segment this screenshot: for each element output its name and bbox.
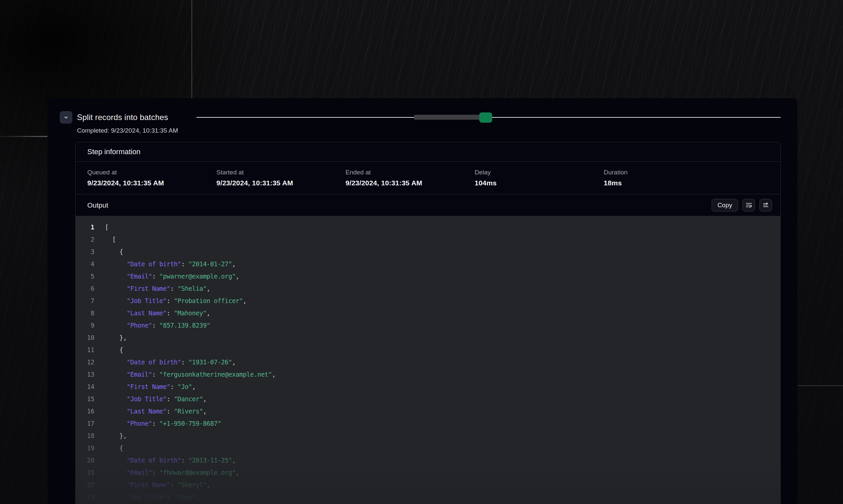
code-text: "Email": "fergusonkatherine@example.net"…: [105, 368, 275, 381]
code-line: 11 {: [76, 344, 780, 356]
code-line: 8 "Last Name": "Mahoney",: [76, 307, 780, 319]
meta-value: 18ms: [604, 179, 733, 187]
step-information-card: Step information Queued at9/23/2024, 10:…: [75, 142, 780, 504]
output-title: Output: [87, 201, 108, 209]
word-wrap-button[interactable]: [742, 199, 755, 212]
line-number: 9: [76, 319, 94, 331]
line-number: 19: [76, 442, 94, 454]
timeline-handle[interactable]: [479, 112, 492, 123]
word-wrap-icon: [745, 202, 752, 209]
timeline-step-span: [414, 115, 479, 120]
line-number: 17: [76, 417, 94, 430]
chevron-down-icon: [63, 114, 69, 120]
line-number: 4: [76, 258, 94, 270]
line-number: 20: [76, 454, 94, 467]
code-text: "Date of birth": "1931-07-26",: [105, 356, 236, 368]
line-number: 1: [76, 221, 94, 233]
code-line: 23 "Job Title": "Copy",: [76, 491, 780, 503]
code-line: 2 [: [76, 233, 780, 246]
code-text: "Phone": "857.139.8239": [105, 319, 210, 331]
decor-horizontal-line-right: [797, 385, 843, 386]
line-number: 16: [76, 405, 94, 417]
code-text: {: [105, 344, 123, 356]
line-number: 21: [76, 467, 94, 479]
code-text: "Phone": "+1-950-759-8687": [105, 417, 221, 430]
code-line: 21 "Email": "fhoward@example.org",: [76, 467, 780, 479]
step-information-title: Step information: [87, 147, 140, 156]
step-metadata-row: Queued at9/23/2024, 10:31:35 AMStarted a…: [76, 162, 780, 194]
code-line: 9 "Phone": "857.139.8239": [76, 319, 780, 331]
code-text: "Date of birth": "2013-11-25",: [105, 454, 236, 467]
line-number: 2: [76, 233, 94, 246]
timeline-scrubber[interactable]: [196, 111, 780, 124]
meta-value: 9/23/2024, 10:31:35 AM: [87, 179, 217, 187]
code-line: 13 "Email": "fergusonkatherine@example.n…: [76, 368, 780, 381]
line-number: 14: [76, 381, 94, 393]
decor-horizontal-line-left: [0, 136, 48, 137]
code-text: "First Name": "Jo",: [105, 381, 196, 393]
line-number: 7: [76, 295, 94, 307]
line-number: 6: [76, 283, 94, 295]
step-detail-panel: Split records into batches Completed: 9/…: [48, 98, 797, 504]
meta-value: 9/23/2024, 10:31:35 AM: [345, 179, 475, 187]
scroll-to-top-icon: [762, 202, 769, 209]
meta-label: Started at: [217, 169, 345, 176]
code-text: "Email": "fhoward@example.org",: [105, 467, 239, 479]
meta-queued-at: Queued at9/23/2024, 10:31:35 AM: [87, 169, 217, 187]
line-number: 11: [76, 344, 94, 356]
code-text: [: [105, 221, 108, 233]
collapse-step-button[interactable]: [60, 111, 72, 124]
meta-label: Queued at: [87, 169, 217, 176]
code-line: 12 "Date of birth": "1931-07-26",: [76, 356, 780, 368]
code-line: 15 "Job Title": "Dancer",: [76, 393, 780, 405]
code-text: "Job Title": "Probation officer",: [105, 295, 246, 307]
code-text: "First Name": "Sheryl",: [105, 479, 210, 491]
code-line: 18 },: [76, 430, 780, 442]
line-number: 12: [76, 356, 94, 368]
code-text: "Last Name": "Rivers",: [105, 405, 206, 417]
code-line: 22 "First Name": "Sheryl",: [76, 479, 780, 491]
step-status: Completed: 9/23/2024, 10:31:35 AM: [77, 127, 178, 134]
code-text: },: [105, 331, 127, 344]
code-text: },: [105, 430, 127, 442]
scroll-to-top-button[interactable]: [759, 199, 772, 212]
meta-label: Duration: [604, 169, 733, 176]
code-text: "Job Title": "Copy",: [105, 491, 199, 503]
meta-label: Delay: [475, 169, 604, 176]
line-number: 13: [76, 368, 94, 381]
code-line: 20 "Date of birth": "2013-11-25",: [76, 454, 780, 467]
meta-label: Ended at: [345, 169, 475, 176]
output-header-row: Output Copy: [76, 194, 780, 216]
code-line: 6 "First Name": "Shelia",: [76, 283, 780, 295]
step-title: Split records into batches: [77, 111, 168, 124]
code-text: "Date of birth": "2014-01-27",: [105, 258, 236, 270]
code-text: "Email": "pwarner@example.org",: [105, 270, 239, 283]
code-line: 3 {: [76, 246, 780, 258]
line-number: 15: [76, 393, 94, 405]
line-number: 10: [76, 331, 94, 344]
line-number: 8: [76, 307, 94, 319]
code-text: "Job Title": "Dancer",: [105, 393, 206, 405]
code-text: "First Name": "Shelia",: [105, 283, 210, 295]
code-text: "Last Name": "Mahoney",: [105, 307, 210, 319]
line-number: 3: [76, 246, 94, 258]
code-line: 7 "Job Title": "Probation officer",: [76, 295, 780, 307]
code-line: 5 "Email": "pwarner@example.org",: [76, 270, 780, 283]
line-number: 23: [76, 491, 94, 503]
decor-vertical-line: [191, 0, 192, 98]
meta-duration: Duration18ms: [604, 169, 733, 187]
code-line: 17 "Phone": "+1-950-759-8687": [76, 417, 780, 430]
meta-value: 104ms: [475, 179, 604, 187]
code-lines: 1[2 [3 {4 "Date of birth": "2014-01-27",…: [76, 221, 780, 503]
line-number: 5: [76, 270, 94, 283]
output-code-viewer[interactable]: 1[2 [3 {4 "Date of birth": "2014-01-27",…: [76, 216, 780, 504]
line-number: 18: [76, 430, 94, 442]
copy-button[interactable]: Copy: [711, 199, 738, 212]
code-text: {: [105, 442, 123, 454]
code-line: 14 "First Name": "Jo",: [76, 381, 780, 393]
meta-started-at: Started at9/23/2024, 10:31:35 AM: [217, 169, 345, 187]
code-line: 16 "Last Name": "Rivers",: [76, 405, 780, 417]
code-line: 4 "Date of birth": "2014-01-27",: [76, 258, 780, 270]
meta-ended-at: Ended at9/23/2024, 10:31:35 AM: [345, 169, 475, 187]
meta-value: 9/23/2024, 10:31:35 AM: [217, 179, 345, 187]
